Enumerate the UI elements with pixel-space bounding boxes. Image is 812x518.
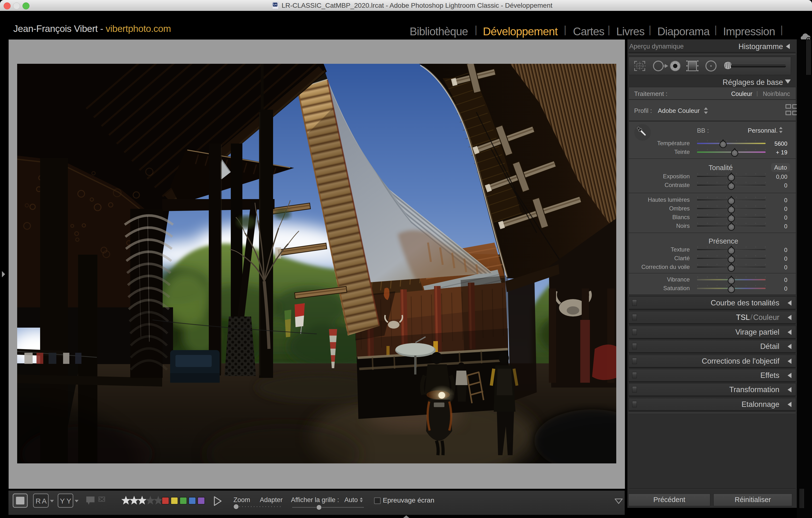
- svg-text:Auto: Auto: [344, 496, 358, 504]
- svg-text:Adapter: Adapter: [260, 496, 283, 504]
- svg-text:Y: Y: [60, 497, 65, 505]
- svg-text:R: R: [35, 497, 41, 505]
- svg-text:Afficher la grille :: Afficher la grille :: [291, 496, 339, 504]
- svg-text:Epreuvage écran: Epreuvage écran: [383, 496, 434, 504]
- svg-text:A: A: [42, 497, 47, 505]
- svg-text:Zoom: Zoom: [233, 496, 250, 504]
- svg-text:Y: Y: [66, 497, 71, 505]
